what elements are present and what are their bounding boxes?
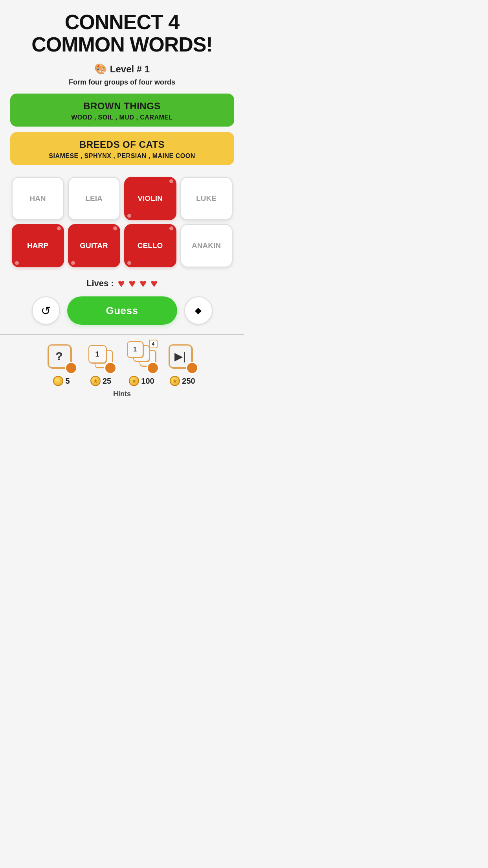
hint-cost-4: ★ 250: [170, 376, 195, 386]
level-icon: 🎨: [94, 63, 107, 75]
word-grid: HAN LEIA VIOLIN LUKE HARP GUITAR CELLO A…: [12, 177, 233, 267]
hint-cost-1: 5: [53, 376, 70, 386]
hints-label: Hints: [113, 390, 131, 398]
hint-orange-badge-3: [147, 362, 159, 374]
action-row: ↺ Guess ◆: [32, 296, 213, 325]
hint-next-icon: ▶|: [169, 344, 197, 373]
coin-icon-2: ★: [90, 376, 101, 386]
group-cats-words: SIAMESE , SPHYNX , PERSIAN , MAINE COON: [18, 153, 226, 160]
tile-violin[interactable]: VIOLIN: [124, 177, 176, 220]
erase-button[interactable]: ◆: [184, 296, 213, 325]
coin-icon-1: [53, 376, 63, 386]
hint-reveal3-icon: 3 2 1 4: [126, 341, 158, 373]
hint-cost-label-4: 250: [182, 377, 195, 386]
tile-luke[interactable]: LUKE: [180, 177, 233, 220]
guess-button[interactable]: Guess: [67, 296, 177, 325]
group-card-cats: BREEDS OF CATS SIAMESE , SPHYNX , PERSIA…: [10, 132, 234, 165]
hint-card-1: 1: [127, 341, 143, 358]
hints-row: ? 5 2 1 ★ 25: [48, 341, 197, 386]
hint-item-swap[interactable]: 2 1 ★ 25: [87, 344, 115, 386]
hint-cost-2: ★ 25: [90, 376, 111, 386]
tile-anakin[interactable]: ANAKIN: [180, 224, 233, 267]
hint-card-front: 1: [88, 345, 106, 363]
hint-item-reveal3[interactable]: 3 2 1 4 ★ 100: [126, 341, 158, 386]
hint-cost-3: ★ 100: [129, 376, 154, 386]
hint-swap-icon: 2 1: [87, 344, 115, 373]
hint-item-reveal[interactable]: ? 5: [48, 344, 76, 386]
heart-4: ♥: [150, 277, 158, 290]
subtitle: Form four groups of four words: [69, 78, 175, 86]
hint-orange-badge-4: [186, 362, 198, 374]
heart-2: ♥: [129, 277, 136, 290]
hint-orange-badge-1: [65, 362, 77, 374]
group-cats-title: BREEDS OF CATS: [18, 139, 226, 150]
tile-harp[interactable]: HARP: [12, 224, 64, 267]
hint-card-4-badge: 4: [149, 340, 158, 348]
group-brown-title: BROWN THINGS: [18, 101, 226, 112]
heart-3: ♥: [139, 277, 147, 290]
group-card-brown: BROWN THINGS WOOD , SOIL , MUD , CARAMEL: [10, 94, 234, 127]
level-row: 🎨 Level # 1: [94, 63, 150, 75]
tile-leia[interactable]: LEIA: [68, 177, 120, 220]
lives-label: Lives :: [86, 278, 114, 289]
page-title: CONNECT 4COMMON WORDS!: [31, 11, 213, 56]
hint-reveal-icon: ?: [48, 344, 76, 373]
hint-cost-label-3: 100: [141, 377, 154, 386]
tile-han[interactable]: HAN: [12, 177, 64, 220]
level-label: Level # 1: [110, 64, 150, 75]
group-brown-words: WOOD , SOIL , MUD , CARAMEL: [18, 114, 226, 121]
heart-1: ♥: [118, 277, 125, 290]
shuffle-button[interactable]: ↺: [32, 296, 60, 325]
hint-cost-label-1: 5: [65, 377, 70, 386]
coin-icon-3: ★: [129, 376, 139, 386]
hint-cost-label-2: 25: [103, 377, 111, 386]
hint-orange-badge-2: [104, 362, 117, 374]
hint-item-next[interactable]: ▶| ★ 250: [169, 344, 197, 386]
tile-cello[interactable]: CELLO: [124, 224, 176, 267]
tile-guitar[interactable]: GUITAR: [68, 224, 120, 267]
hints-section: ? 5 2 1 ★ 25: [0, 334, 244, 402]
lives-row: Lives : ♥ ♥ ♥ ♥: [86, 277, 158, 290]
coin-icon-4: ★: [170, 376, 180, 386]
